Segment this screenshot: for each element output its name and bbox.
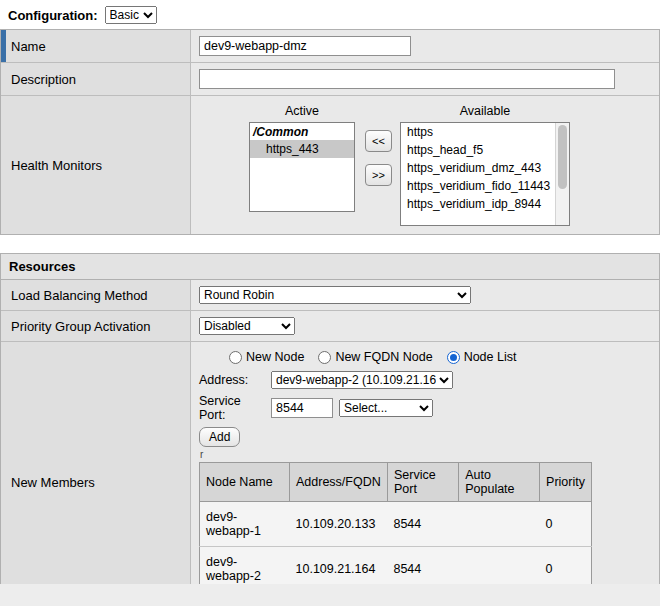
cell-auto-populate [459,502,540,547]
active-monitors-column: Active /Common https_443 [249,104,355,212]
new-members-row: New Members New Node New FQDN Node Node … [1,342,659,606]
service-port-select[interactable]: Select... [339,399,433,417]
name-input[interactable] [199,36,411,56]
active-title: Active [249,104,355,122]
scrollbar[interactable] [555,123,569,225]
health-monitors-label: Health Monitors [11,158,102,173]
description-input[interactable] [199,69,615,89]
table-row[interactable]: dev9-webapp-1 10.109.20.133 8544 0 [200,502,592,547]
configuration-select[interactable]: Basic [105,6,157,24]
col-header-auto-populate: Auto Populate [459,463,540,502]
cell-node-name: dev9-webapp-1 [200,502,290,547]
description-value-cell [191,63,659,95]
priority-group-label-cell: Priority Group Activation [1,311,191,341]
available-monitor-item[interactable]: https_veridium_idp_8944 [401,195,569,213]
scrollbar-thumb[interactable] [558,125,567,189]
radio-checked-icon[interactable] [447,351,460,364]
name-label: Name [11,39,46,54]
description-label-cell: Description [1,63,191,95]
active-monitors-listbox[interactable]: /Common https_443 [249,122,355,212]
load-balancing-value-cell: Round Robin [191,280,659,310]
description-row: Description [1,63,659,96]
active-monitor-item[interactable]: https_443 [250,140,354,158]
address-row: Address: dev9-webapp-2 (10.109.21.164) [199,371,651,389]
section-gap [0,235,660,253]
service-port-label: Service Port: [199,394,265,422]
new-members-form: New Node New FQDN Node Node List Address… [199,348,651,606]
radio-node-list-label: Node List [464,350,517,364]
node-type-radio-group: New Node New FQDN Node Node List [229,350,651,364]
active-group-label: /Common [250,123,354,140]
load-balancing-label: Load Balancing Method [11,288,148,303]
members-table: Node Name Address/FQDN Service Port Auto… [199,462,592,592]
radio-new-fqdn-node-label: New FQDN Node [335,350,432,364]
configuration-bar: Configuration: Basic [0,0,660,29]
priority-group-select[interactable]: Disabled [199,317,295,335]
address-label: Address: [199,373,265,387]
name-value-cell [191,30,659,62]
move-to-available-button[interactable]: >> [365,164,392,186]
available-title: Available [400,104,570,122]
add-button-row: Add [199,427,651,447]
cell-address: 10.109.20.133 [290,502,388,547]
priority-group-label: Priority Group Activation [11,319,150,334]
move-to-active-button[interactable]: << [365,130,392,152]
resources-table: Load Balancing Method Round Robin Priori… [0,279,660,606]
radio-new-node-label: New Node [246,350,304,364]
health-monitors-label-cell: Health Monitors [1,96,191,234]
col-header-address-fqdn: Address/FQDN [290,463,388,502]
available-monitor-item[interactable]: https [401,123,569,141]
col-header-node-name: Node Name [200,463,290,502]
priority-group-value-cell: Disabled [191,311,659,341]
health-monitors-row: Health Monitors Active /Common https_443… [1,96,659,234]
available-monitors-column: Available https https_head_f5 https_veri… [400,104,570,226]
radio-icon[interactable] [318,351,331,364]
monitor-move-buttons: << >> [365,130,392,186]
available-monitor-item[interactable]: https_head_f5 [401,141,569,159]
page-bottom-band [0,584,660,606]
radio-node-list[interactable]: Node List [447,350,517,364]
available-monitor-item[interactable]: https_veridium_fido_11443 [401,177,569,195]
general-properties-table: Name Description Health Monitors Active … [0,29,660,235]
radio-new-fqdn-node[interactable]: New FQDN Node [318,350,432,364]
cell-priority: 0 [540,502,592,547]
available-monitor-item[interactable]: https_veridium_dmz_443 [401,159,569,177]
description-label: Description [11,72,76,87]
cell-service-port: 8544 [387,502,458,547]
health-monitors-value-cell: Active /Common https_443 << >> Available… [191,96,659,234]
address-select[interactable]: dev9-webapp-2 (10.109.21.164) [271,371,453,389]
service-port-row: Service Port: Select... [199,394,651,422]
load-balancing-row: Load Balancing Method Round Robin [1,280,659,311]
available-monitors-listbox[interactable]: https https_head_f5 https_veridium_dmz_4… [400,122,570,226]
stray-character: r [200,452,651,457]
col-header-service-port: Service Port [387,463,458,502]
radio-icon[interactable] [229,351,242,364]
load-balancing-label-cell: Load Balancing Method [1,280,191,310]
radio-new-node[interactable]: New Node [229,350,304,364]
configuration-label: Configuration: [8,8,98,23]
name-label-cell: Name [1,30,191,62]
new-members-label: New Members [11,475,95,490]
name-row: Name [1,30,659,63]
members-table-header-row: Node Name Address/FQDN Service Port Auto… [200,463,592,502]
new-members-value-cell: New Node New FQDN Node Node List Address… [191,342,659,606]
col-header-priority: Priority [540,463,592,502]
add-button[interactable]: Add [199,427,240,447]
new-members-label-cell: New Members [1,342,191,606]
service-port-input[interactable] [271,398,333,418]
priority-group-row: Priority Group Activation Disabled [1,311,659,342]
load-balancing-select[interactable]: Round Robin [199,286,471,304]
resources-section-header: Resources [0,253,660,279]
health-monitors-picker: Active /Common https_443 << >> Available… [199,102,651,228]
